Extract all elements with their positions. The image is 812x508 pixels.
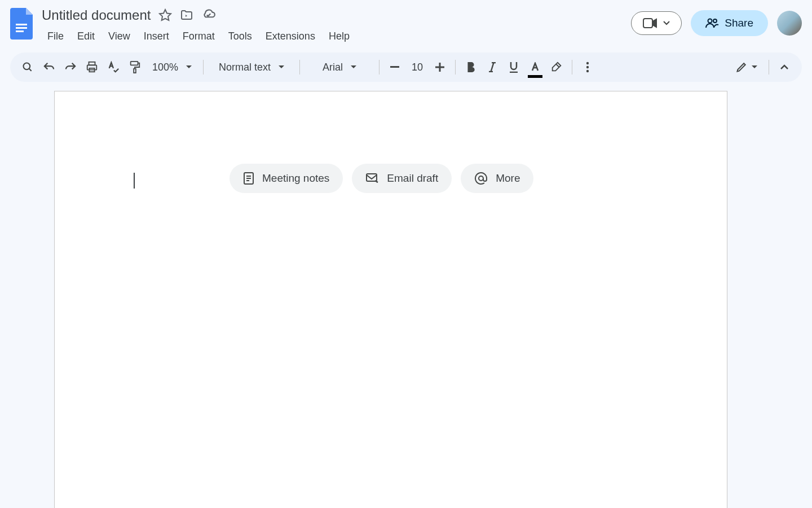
svg-rect-13 xyxy=(131,62,138,65)
menu-bar: File Edit View Insert Format Tools Exten… xyxy=(42,27,631,46)
caret-down-icon xyxy=(351,65,356,69)
title-row: Untitled document xyxy=(42,6,631,25)
text-cursor xyxy=(134,173,135,189)
svg-line-8 xyxy=(29,69,32,71)
menu-insert[interactable]: Insert xyxy=(138,27,175,46)
menu-help[interactable]: Help xyxy=(323,27,355,46)
menu-view[interactable]: View xyxy=(103,27,136,46)
print-button[interactable] xyxy=(82,58,102,77)
text-color-swatch xyxy=(528,75,542,78)
svg-point-6 xyxy=(713,19,717,23)
title-area: Untitled document File Edit View Insert … xyxy=(42,6,631,46)
editing-mode-button[interactable] xyxy=(730,58,763,77)
collapse-toolbar-button[interactable] xyxy=(775,58,794,77)
document-title[interactable]: Untitled document xyxy=(42,7,151,23)
font-value: Arial xyxy=(323,62,343,73)
svg-marker-3 xyxy=(160,10,171,20)
svg-line-23 xyxy=(556,64,559,68)
more-formatting-button[interactable] xyxy=(578,58,597,77)
svg-rect-0 xyxy=(16,24,27,25)
text-color-button[interactable] xyxy=(526,58,545,77)
separator xyxy=(203,60,204,75)
toolbar: 100% Normal text Arial 10 xyxy=(10,52,802,82)
canvas-area: Meeting notes Email draft More xyxy=(0,82,812,508)
zoom-value: 100% xyxy=(152,62,178,73)
italic-button[interactable] xyxy=(483,58,502,77)
cloud-status-icon[interactable] xyxy=(201,8,216,23)
svg-rect-10 xyxy=(87,65,97,69)
email-icon xyxy=(365,173,379,184)
meet-button[interactable] xyxy=(631,11,682,35)
svg-point-24 xyxy=(586,62,589,64)
share-button[interactable]: Share xyxy=(691,10,768,36)
decrease-font-size-button[interactable] xyxy=(385,58,404,77)
font-size-group: 10 xyxy=(385,58,449,77)
chip-label: Meeting notes xyxy=(262,172,329,185)
more-chip[interactable]: More xyxy=(461,164,533,193)
menu-format[interactable]: Format xyxy=(177,27,220,46)
document-page[interactable]: Meeting notes Email draft More xyxy=(54,91,727,508)
at-icon xyxy=(474,172,488,185)
search-menus-button[interactable] xyxy=(18,58,37,77)
menu-file[interactable]: File xyxy=(42,27,69,46)
meeting-notes-chip[interactable]: Meeting notes xyxy=(230,164,343,193)
menu-tools[interactable]: Tools xyxy=(223,27,258,46)
svg-point-25 xyxy=(586,66,589,68)
caret-down-icon xyxy=(663,21,670,25)
document-icon xyxy=(243,172,254,185)
svg-point-7 xyxy=(24,63,30,70)
redo-button[interactable] xyxy=(61,58,80,77)
svg-rect-15 xyxy=(390,66,399,68)
share-label: Share xyxy=(725,17,753,29)
separator xyxy=(572,60,572,75)
caret-down-icon xyxy=(752,65,757,69)
separator xyxy=(379,60,379,75)
undo-button[interactable] xyxy=(39,58,59,77)
zoom-select[interactable]: 100% xyxy=(147,58,197,77)
style-value: Normal text xyxy=(219,62,271,73)
video-icon xyxy=(643,17,657,29)
caret-down-icon xyxy=(279,65,284,69)
font-size-input[interactable]: 10 xyxy=(411,62,423,73)
email-draft-chip[interactable]: Email draft xyxy=(352,164,452,193)
people-icon xyxy=(705,18,719,28)
separator xyxy=(769,60,769,75)
caret-down-icon xyxy=(186,65,192,69)
spellcheck-button[interactable] xyxy=(104,58,123,77)
account-avatar[interactable] xyxy=(777,11,802,36)
template-chips: Meeting notes Email draft More xyxy=(230,164,533,193)
svg-rect-4 xyxy=(643,19,652,28)
bold-button[interactable] xyxy=(461,58,480,77)
svg-rect-17 xyxy=(435,67,444,68)
font-select[interactable]: Arial xyxy=(306,58,373,77)
svg-line-20 xyxy=(491,63,494,72)
svg-rect-31 xyxy=(367,174,377,181)
svg-rect-2 xyxy=(16,30,24,32)
header: Untitled document File Edit View Insert … xyxy=(0,0,812,48)
highlight-color-button[interactable] xyxy=(547,58,566,77)
svg-rect-14 xyxy=(134,69,136,73)
paint-format-button[interactable] xyxy=(125,58,144,77)
header-right: Share xyxy=(631,6,802,36)
underline-button[interactable] xyxy=(504,58,523,77)
separator xyxy=(455,60,456,75)
paragraph-style-select[interactable]: Normal text xyxy=(209,58,294,77)
toolbar-right xyxy=(730,58,794,77)
star-icon[interactable] xyxy=(158,8,172,22)
separator xyxy=(299,60,300,75)
menu-extensions[interactable]: Extensions xyxy=(260,27,321,46)
svg-point-32 xyxy=(479,176,483,181)
svg-rect-1 xyxy=(16,27,27,29)
move-icon[interactable] xyxy=(180,8,193,22)
chip-label: More xyxy=(496,172,520,185)
increase-font-size-button[interactable] xyxy=(430,58,449,77)
chip-label: Email draft xyxy=(387,172,438,185)
svg-point-26 xyxy=(586,70,589,72)
docs-logo-icon[interactable] xyxy=(10,8,35,40)
svg-point-5 xyxy=(708,19,712,23)
menu-edit[interactable]: Edit xyxy=(72,27,100,46)
